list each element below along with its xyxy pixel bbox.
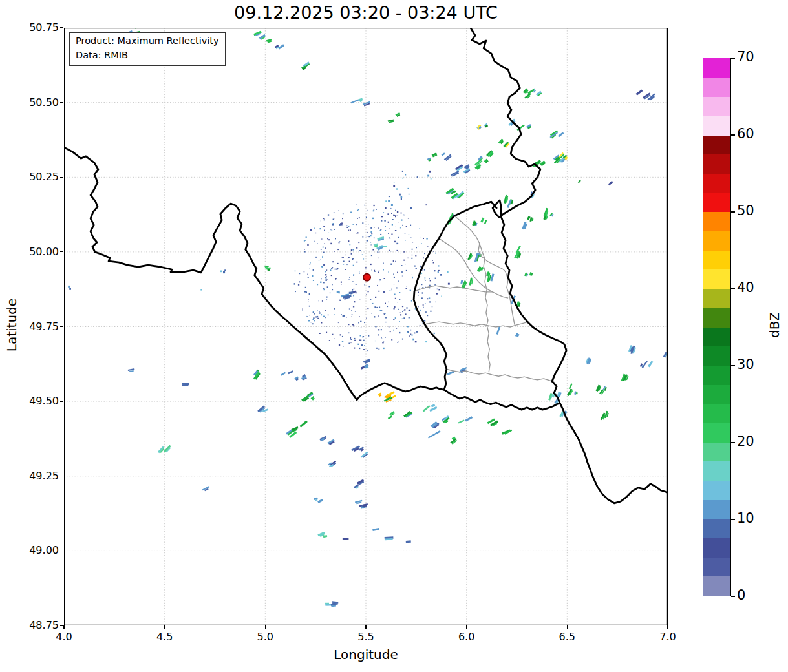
colorbar-segment: [703, 499, 730, 519]
colorbar-label: dBZ: [767, 299, 782, 351]
colorbar-segment: [703, 154, 730, 174]
colorbar-segment: [703, 384, 730, 404]
y-tick-label: 49.25: [19, 470, 59, 482]
map-plot-area: [64, 28, 668, 625]
colorbar-segment: [703, 58, 730, 78]
colorbar-segment: [703, 346, 730, 366]
y-tick-mark: [60, 27, 63, 28]
x-tick-label: 6.5: [551, 631, 583, 643]
y-tick-label: 50.00: [19, 246, 59, 258]
x-tick-mark: [567, 625, 568, 629]
colorbar-segment: [703, 403, 730, 423]
colorbar-tick-label: 30: [737, 357, 754, 372]
colorbar-tick-mark: [731, 58, 735, 58]
colorbar-tick-mark: [731, 134, 735, 135]
y-tick-label: 49.75: [19, 320, 59, 333]
x-tick-label: 6.0: [451, 631, 483, 643]
radar-site-marker: [363, 274, 370, 281]
product-info-box: Product: Maximum Reflectivity Data: RMIB: [69, 32, 226, 66]
colorbar-segment: [703, 96, 730, 116]
colorbar-segment: [703, 423, 730, 443]
colorbar-segment: [703, 231, 730, 251]
x-tick-mark: [164, 625, 165, 629]
colorbar-segment: [703, 288, 730, 308]
colorbar-tick-label: 40: [737, 280, 754, 295]
page-title: 09.12.2025 03:20 - 03:24 UTC: [64, 3, 668, 23]
colorbar-segment: [703, 518, 730, 538]
colorbar-segment: [703, 250, 730, 270]
radar-figure: { "meta": {"title": "09.12.2025 03:20 - …: [0, 0, 788, 672]
colorbar-tick-mark: [731, 288, 735, 289]
x-tick-mark: [63, 625, 64, 629]
colorbar-segment: [703, 480, 730, 500]
colorbar-segment: [703, 365, 730, 385]
colorbar-tick-label: 10: [737, 510, 754, 526]
y-axis-label: Latitude: [4, 286, 19, 364]
colorbar-tick-label: 60: [737, 126, 754, 142]
colorbar-segment: [703, 538, 730, 558]
colorbar-segment: [703, 556, 730, 576]
data-source-line: Data: RMIB: [76, 48, 219, 63]
y-tick-mark: [60, 551, 63, 551]
colorbar-tick-mark: [731, 519, 735, 520]
y-tick-mark: [60, 102, 63, 103]
colorbar-segment: [703, 308, 730, 328]
colorbar-segment: [703, 441, 730, 461]
y-tick-label: 50.75: [19, 21, 59, 34]
country-border: [414, 202, 496, 390]
colorbar-segment: [703, 134, 730, 154]
y-tick-mark: [60, 401, 63, 402]
y-tick-label: 49.00: [19, 544, 59, 556]
colorbar-tick-label: 20: [737, 434, 754, 449]
x-tick-label: 5.5: [350, 631, 382, 643]
colorbar-tick-label: 50: [737, 203, 754, 218]
colorbar-tick-mark: [731, 365, 735, 366]
country-border: [471, 28, 668, 503]
colorbar-segment: [703, 116, 730, 136]
y-tick-label: 49.50: [19, 395, 59, 407]
x-tick-label: 5.0: [249, 631, 281, 643]
x-tick-label: 4.5: [149, 631, 181, 643]
y-tick-label: 50.25: [19, 171, 59, 183]
colorbar-segment: [703, 211, 730, 231]
colorbar-segment: [703, 461, 730, 481]
x-tick-mark: [667, 625, 668, 629]
x-tick-mark: [365, 625, 366, 629]
y-tick-label: 48.75: [19, 619, 59, 631]
y-tick-mark: [60, 326, 63, 327]
x-tick-mark: [466, 625, 467, 629]
colorbar-segment: [703, 77, 730, 97]
colorbar-tick-mark: [731, 442, 735, 443]
region-border: [487, 325, 490, 372]
x-axis-label: Longitude: [64, 647, 668, 662]
radar-map-canvas: [64, 28, 668, 625]
y-tick-mark: [60, 177, 63, 178]
colorbar-segment: [703, 576, 730, 596]
country-border: [64, 147, 444, 400]
colorbar-segment: [703, 269, 730, 289]
y-tick-mark: [60, 476, 63, 476]
country-border: [444, 390, 560, 410]
colorbar-tick-mark: [731, 211, 735, 212]
region-border: [425, 322, 529, 327]
x-tick-label: 4.0: [48, 631, 80, 643]
colorbar-segment: [703, 326, 730, 346]
y-tick-mark: [60, 251, 63, 252]
y-tick-label: 50.50: [19, 96, 59, 109]
region-border: [439, 238, 508, 298]
colorbar: [703, 58, 731, 596]
region-border: [414, 286, 493, 292]
colorbar-tick-mark: [731, 596, 735, 596]
colorbar-segment: [703, 193, 730, 213]
x-tick-mark: [265, 625, 266, 629]
product-info-line: Product: Maximum Reflectivity: [76, 34, 219, 48]
colorbar-tick-label: 0: [737, 587, 745, 603]
y-tick-mark: [60, 625, 63, 625]
colorbar-tick-label: 70: [737, 49, 754, 65]
x-tick-label: 7.0: [652, 631, 684, 643]
region-border: [447, 369, 555, 383]
colorbar-segment: [703, 173, 730, 193]
